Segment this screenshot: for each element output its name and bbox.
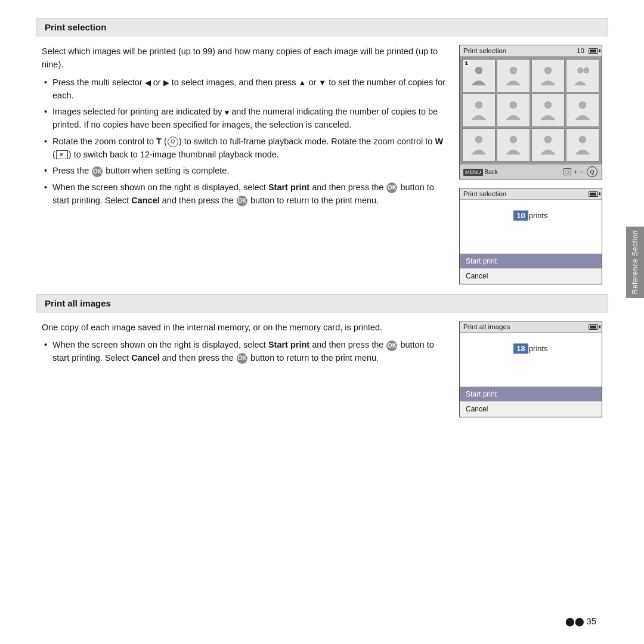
confirm-screen2-title: Print all images [463, 323, 510, 330]
prints-number-1: 10 [513, 210, 528, 221]
confirm-screen1-actions: Start print Cancel [460, 253, 602, 284]
start-print-btn-1[interactable]: Start print [460, 254, 602, 269]
bullet5: When the screen shown on the right is di… [42, 181, 447, 208]
section-print-all: Print all images One copy of each image … [36, 294, 608, 417]
section-print-selection: Print selection Select which images will… [36, 18, 608, 284]
thumb-5 [462, 94, 496, 127]
figure-icon [467, 134, 490, 156]
thumbnail-screen-bottom: MENU Back □ + − Q [460, 164, 602, 179]
confirm-screen1-top: Print selection [460, 188, 602, 200]
menu-back-label: MENU Back [463, 169, 498, 175]
svg-point-3 [577, 67, 583, 73]
figure-icon [467, 64, 490, 87]
thumbnail-screen-top: Print selection 10 [460, 45, 602, 57]
bottom-icons: □ + − Q [564, 166, 598, 177]
battery-icon-2 [589, 191, 598, 197]
page-container: Print selection Select which images will… [0, 0, 644, 644]
cancel-btn-2[interactable]: Cancel [460, 402, 602, 417]
confirm-screen1-body: 10prints [460, 200, 602, 253]
confirm-screen1-title: Print selection [463, 190, 506, 197]
svg-point-11 [544, 136, 552, 144]
figure-icon [571, 134, 594, 156]
page-number: ⬤⬤ 35 [565, 616, 596, 626]
section2-bullets: When the screen shown on the right is di… [42, 339, 447, 365]
section1-bullets: Press the multi selector ◀ or ▶ to selec… [42, 76, 447, 208]
section1-intro: Select which images will be printed (up … [42, 45, 447, 72]
prints-label-2: prints [529, 344, 548, 353]
svg-point-9 [475, 136, 483, 144]
svg-point-0 [475, 67, 483, 75]
figure-icon [467, 99, 490, 122]
thumbnail-grid: 1 [460, 57, 602, 164]
section2-bullet1: When the screen shown on the right is di… [42, 339, 447, 365]
thumb-11 [531, 128, 565, 162]
section1-screens: Print selection 10 1 [459, 45, 602, 284]
cancel-btn-1[interactable]: Cancel [460, 269, 602, 284]
reference-tab-text: Reference Section [631, 230, 639, 294]
thumb-3 [531, 59, 565, 92]
section2-header: Print all images [36, 294, 608, 312]
start-print-btn-2[interactable]: Start print [460, 387, 602, 402]
battery-icon [589, 48, 598, 54]
prints-display-1: 10prints [513, 210, 547, 221]
section1-header: Print selection [36, 18, 608, 36]
bullet3: Rotate the zoom control to T (Q) to swit… [42, 135, 447, 162]
figure-icon [537, 134, 559, 156]
thumb-6 [497, 94, 530, 127]
svg-point-2 [544, 67, 552, 75]
section1-body: Select which images will be printed (up … [36, 45, 608, 284]
thumb-9 [462, 128, 496, 162]
bullet2: Images selected for printing are indicat… [42, 106, 447, 132]
bullet4: Press the OK button when setting is comp… [42, 165, 447, 178]
thumb-10 [497, 128, 530, 162]
prints-number-2: 18 [513, 343, 528, 354]
confirm-screen-1: Print selection 10prints Start print Can… [459, 188, 602, 284]
zoom-icon: Q [587, 166, 597, 177]
thumbnail-screen: Print selection 10 1 [459, 45, 602, 179]
thumb-7 [531, 94, 565, 127]
thumb-12 [566, 128, 599, 162]
section1-text: Select which images will be printed (up … [42, 45, 447, 284]
battery-icon-3 [589, 324, 598, 330]
page-num: 35 [586, 616, 596, 626]
section2-columns: One copy of each image saved in the inte… [36, 321, 608, 417]
screen1-count: 10 [577, 47, 584, 54]
prints-display-2: 18prints [513, 343, 547, 354]
figure-icon [537, 99, 559, 122]
thumb-4 [566, 59, 599, 92]
figure-icon [571, 99, 594, 122]
thumb-1: 1 [462, 59, 496, 92]
section2-text: One copy of each image saved in the inte… [42, 321, 447, 417]
figure-icon [502, 64, 525, 87]
svg-point-8 [579, 101, 587, 109]
svg-point-12 [579, 136, 587, 144]
svg-point-7 [544, 101, 552, 109]
figure-icon [502, 99, 525, 122]
figure-icon [502, 134, 525, 156]
bullet1: Press the multi selector ◀ or ▶ to selec… [42, 76, 447, 103]
figure-icon [537, 64, 559, 87]
svg-point-4 [583, 67, 589, 73]
screen1-title: Print selection [463, 47, 506, 54]
svg-point-6 [510, 101, 518, 109]
section2-intro: One copy of each image saved in the inte… [42, 321, 447, 334]
svg-point-10 [510, 136, 518, 144]
svg-point-1 [510, 67, 518, 75]
svg-point-5 [475, 101, 483, 109]
reference-tab: Reference Section [626, 227, 644, 298]
page-dots: ⬤⬤ [565, 617, 584, 626]
thumb-8 [566, 94, 599, 127]
confirm-screen2-body: 18prints [460, 333, 602, 386]
prints-label-1: prints [529, 211, 548, 220]
confirm-screen2-top: Print all images [460, 321, 602, 333]
thumb-2 [497, 59, 530, 92]
confirm-screen2-actions: Start print Cancel [460, 386, 602, 417]
confirm-screen-2: Print all images 18prints Start print Ca… [459, 321, 602, 417]
figure-icon [571, 64, 594, 87]
section2-screen-wrapper: Print all images 18prints Start print Ca… [459, 321, 602, 417]
